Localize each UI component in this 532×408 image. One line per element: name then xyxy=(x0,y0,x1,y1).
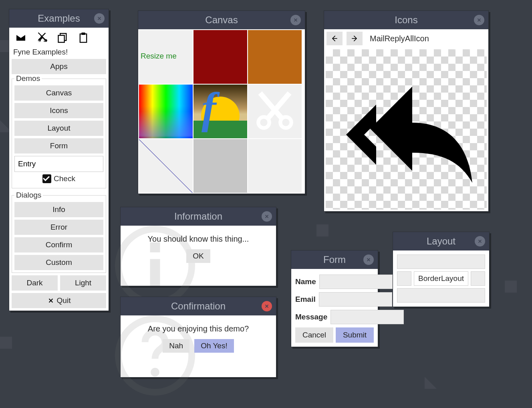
layout-title: Layout xyxy=(427,236,455,247)
mail-icon[interactable] xyxy=(15,32,27,44)
form-window: Form Name Email Message Cancel Submit xyxy=(291,250,378,347)
heading-text: Fyne Examples! xyxy=(12,45,106,59)
message-field[interactable] xyxy=(330,310,404,324)
icon-name: MailReplyAllIcon xyxy=(370,34,429,43)
yes-button[interactable]: Oh Yes! xyxy=(194,339,234,353)
cut-icon-cell xyxy=(248,85,302,138)
canvas-button[interactable]: Canvas xyxy=(14,85,103,101)
icons-button[interactable]: Icons xyxy=(14,103,103,118)
ok-button[interactable]: OK xyxy=(186,249,210,263)
canvas-title: Canvas xyxy=(205,14,238,26)
canvas-titlebar: Canvas xyxy=(138,11,305,29)
demos-label: Demos xyxy=(14,74,42,83)
error-button[interactable]: Error xyxy=(14,220,103,235)
layout-top xyxy=(397,254,485,269)
light-button[interactable]: Light xyxy=(60,275,106,291)
orange-cell xyxy=(248,30,302,84)
quit-label: Quit xyxy=(57,296,71,305)
form-button[interactable]: Form xyxy=(14,138,103,154)
quit-button[interactable]: Quit xyxy=(12,293,106,308)
layout-center: BorderLayout xyxy=(414,271,468,286)
icons-window: Icons MailReplyAllIcon xyxy=(324,10,489,212)
icons-title: Icons xyxy=(395,14,417,26)
resize-cell: Resize me xyxy=(139,30,193,84)
confirmation-window: Confirmation Are you enjoying this demo?… xyxy=(120,297,276,378)
custom-button[interactable]: Custom xyxy=(14,255,103,270)
copy-icon[interactable] xyxy=(56,32,69,44)
submit-button[interactable]: Submit xyxy=(336,327,374,343)
name-label: Name xyxy=(295,277,316,286)
demos-group: Demos Canvas Icons Layout Form Check xyxy=(12,74,106,188)
canvas-grid: Resize me f xyxy=(138,29,305,194)
name-field[interactable] xyxy=(319,275,393,289)
close-icon[interactable] xyxy=(262,211,272,222)
next-button[interactable] xyxy=(347,32,363,45)
gray-cell xyxy=(193,139,247,193)
svg-rect-1 xyxy=(58,35,64,42)
confirmation-titlebar: Confirmation xyxy=(121,297,276,315)
information-title: Information xyxy=(174,211,222,222)
examples-window: Examples Fyne Examples! Apps Demos Canva… xyxy=(9,9,109,311)
svg-point-10 xyxy=(151,368,159,377)
apps-button[interactable]: Apps xyxy=(12,59,106,74)
information-window: Information You should know this thing..… xyxy=(120,207,276,286)
layout-left xyxy=(397,271,411,286)
fyne-logo-cell: f xyxy=(193,85,247,138)
check-icon xyxy=(42,174,51,183)
close-icon[interactable] xyxy=(474,15,484,25)
resize-text: Resize me xyxy=(139,30,193,61)
no-button[interactable]: Nah xyxy=(163,339,189,353)
prev-button[interactable] xyxy=(326,32,343,45)
dialogs-label: Dialogs xyxy=(14,191,43,200)
icons-titlebar: Icons xyxy=(324,11,488,29)
examples-titlebar: Examples xyxy=(9,9,109,28)
empty-cell xyxy=(248,139,302,193)
diagonal-cell xyxy=(139,139,193,193)
information-message: You should know this thing... xyxy=(129,234,267,244)
close-icon[interactable] xyxy=(262,301,272,311)
confirmation-message: Are you enjoying this demo? xyxy=(129,324,267,333)
message-label: Message xyxy=(295,313,327,321)
cut-icon[interactable] xyxy=(36,32,48,44)
form-titlebar: Form xyxy=(291,250,378,269)
layout-titlebar: Layout xyxy=(393,232,489,250)
close-icon[interactable] xyxy=(363,254,374,265)
entry-input[interactable] xyxy=(14,156,103,172)
information-titlebar: Information xyxy=(121,207,276,226)
svg-rect-3 xyxy=(81,32,85,35)
canvas-window: Canvas Resize me f xyxy=(138,10,305,194)
dialogs-group: Dialogs Info Error Confirm Custom xyxy=(12,191,106,273)
rainbow-cell xyxy=(139,85,193,138)
form-title: Form xyxy=(323,254,346,265)
check-label: Check xyxy=(54,174,75,183)
confirm-button[interactable]: Confirm xyxy=(14,237,103,252)
red-cell xyxy=(193,30,247,84)
cancel-button[interactable]: Cancel xyxy=(295,327,333,343)
confirmation-title: Confirmation xyxy=(171,301,226,312)
examples-title: Examples xyxy=(38,13,80,24)
info-button[interactable]: Info xyxy=(14,202,103,217)
svg-rect-7 xyxy=(150,259,160,286)
layout-button[interactable]: Layout xyxy=(14,121,103,136)
svg-rect-2 xyxy=(80,34,87,42)
dark-button[interactable]: Dark xyxy=(12,275,58,291)
icon-preview xyxy=(326,49,487,210)
email-label: Email xyxy=(295,295,316,304)
paste-icon[interactable] xyxy=(77,32,89,44)
icon-nav: MailReplyAllIcon xyxy=(324,29,488,48)
mail-reply-all-icon xyxy=(328,57,484,203)
check-checkbox[interactable]: Check xyxy=(14,172,103,186)
close-icon[interactable] xyxy=(94,13,105,24)
close-icon[interactable] xyxy=(290,15,301,25)
layout-right xyxy=(471,271,485,286)
layout-bottom xyxy=(397,288,485,303)
layout-window: Layout BorderLayout xyxy=(393,232,490,307)
close-icon[interactable] xyxy=(475,236,485,246)
toolbar xyxy=(12,30,106,45)
email-field[interactable] xyxy=(319,292,392,307)
